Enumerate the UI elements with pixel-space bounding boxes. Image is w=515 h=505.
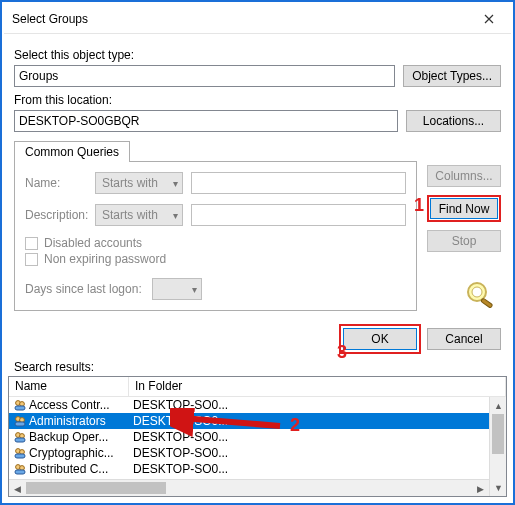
description-input [191, 204, 406, 226]
svg-rect-14 [15, 454, 25, 458]
find-now-button[interactable]: Find Now [430, 198, 498, 219]
location-row: Locations... [14, 110, 501, 132]
content-area: Select this object type: Object Types...… [4, 34, 511, 318]
object-type-row: Object Types... [14, 65, 501, 87]
stop-button: Stop [427, 230, 501, 252]
chevron-down-icon: ▾ [173, 178, 178, 189]
ok-button[interactable]: OK [343, 328, 417, 350]
days-since-logon-label: Days since last logon: [25, 282, 142, 296]
result-row[interactable]: Access Contr...DESKTOP-SO0... [9, 397, 489, 413]
disabled-accounts-checkbox [25, 237, 38, 250]
vertical-scrollbar[interactable]: ▲ ▼ [489, 397, 506, 496]
result-folder: DESKTOP-SO0... [129, 462, 487, 476]
description-filter-row: Description: Starts with ▾ [25, 204, 406, 226]
group-icon [11, 430, 29, 444]
results-body[interactable]: Access Contr...DESKTOP-SO0...Administrat… [9, 397, 506, 496]
nonexpiring-label: Non expiring password [44, 252, 166, 266]
result-folder: DESKTOP-SO0... [129, 398, 487, 412]
column-folder[interactable]: In Folder [129, 377, 506, 396]
name-label: Name: [25, 176, 87, 190]
group-icon [11, 446, 29, 460]
scroll-thumb-vertical[interactable] [492, 414, 504, 454]
name-input [191, 172, 406, 194]
svg-rect-8 [15, 422, 25, 426]
results-header: Name In Folder [9, 377, 506, 397]
window-title: Select Groups [12, 12, 467, 26]
result-folder: DESKTOP-SO0... [129, 430, 487, 444]
tab-strip: Common Queries [14, 140, 501, 161]
result-folder: DESKTOP-SO0... [129, 446, 487, 460]
result-row[interactable]: Cryptographic...DESKTOP-SO0... [9, 445, 489, 461]
group-icon [11, 414, 29, 428]
group-icon [11, 398, 29, 412]
disabled-accounts-label: Disabled accounts [44, 236, 142, 250]
columns-button: Columns... [427, 165, 501, 187]
side-buttons: Columns... Find Now Stop [427, 161, 501, 314]
svg-rect-11 [15, 438, 25, 442]
result-name: Administrators [29, 414, 129, 428]
result-name: Backup Oper... [29, 430, 129, 444]
result-row[interactable]: AdministratorsDESKTOP-SO0... [9, 413, 489, 429]
nonexpiring-checkbox [25, 253, 38, 266]
days-since-logon-dropdown: ▾ [152, 278, 202, 300]
result-name: Cryptographic... [29, 446, 129, 460]
queries-area: Common Queries Name: Starts with ▾ Descr… [14, 140, 501, 314]
search-magnify-icon [461, 278, 501, 314]
common-queries-panel: Name: Starts with ▾ Description: Starts … [14, 161, 417, 311]
close-icon [484, 14, 494, 24]
locations-button[interactable]: Locations... [406, 110, 501, 132]
select-groups-dialog: Select Groups Select this object type: O… [4, 4, 511, 501]
nonexpiring-row: Non expiring password [25, 252, 406, 266]
svg-point-1 [472, 287, 482, 297]
svg-rect-5 [15, 406, 25, 410]
description-mode-dropdown: Starts with ▾ [95, 204, 183, 226]
object-type-field[interactable] [14, 65, 395, 87]
search-results-label: Search results: [4, 356, 511, 376]
column-name[interactable]: Name [9, 377, 129, 396]
scroll-down-icon[interactable]: ▼ [490, 479, 506, 496]
scroll-thumb-horizontal[interactable] [26, 482, 166, 494]
object-type-label: Select this object type: [14, 48, 501, 62]
svg-rect-17 [15, 470, 25, 474]
result-name: Distributed C... [29, 462, 129, 476]
result-row[interactable]: Distributed C...DESKTOP-SO0... [9, 461, 489, 477]
result-row[interactable]: Backup Oper...DESKTOP-SO0... [9, 429, 489, 445]
name-filter-row: Name: Starts with ▾ [25, 172, 406, 194]
object-types-button[interactable]: Object Types... [403, 65, 501, 87]
result-folder: DESKTOP-SO0... [129, 414, 487, 428]
location-label: From this location: [14, 93, 501, 107]
disabled-accounts-row: Disabled accounts [25, 236, 406, 250]
search-results-pane: Name In Folder Access Contr...DESKTOP-SO… [8, 376, 507, 497]
tab-common-queries[interactable]: Common Queries [14, 141, 130, 162]
dialog-actions: OK Cancel [4, 318, 511, 356]
svg-rect-2 [481, 298, 493, 308]
location-field[interactable] [14, 110, 398, 132]
cancel-button[interactable]: Cancel [427, 328, 501, 350]
name-mode-value: Starts with [102, 176, 158, 190]
scroll-right-icon[interactable]: ▶ [472, 480, 489, 496]
days-since-logon-row: Days since last logon: ▾ [25, 278, 406, 300]
group-icon [11, 462, 29, 476]
scroll-up-icon[interactable]: ▲ [490, 397, 506, 414]
close-button[interactable] [467, 4, 511, 34]
chevron-down-icon: ▾ [173, 210, 178, 221]
result-name: Access Contr... [29, 398, 129, 412]
scroll-left-icon[interactable]: ◀ [9, 480, 26, 496]
name-mode-dropdown: Starts with ▾ [95, 172, 183, 194]
description-mode-value: Starts with [102, 208, 158, 222]
titlebar: Select Groups [4, 4, 511, 34]
chevron-down-icon: ▾ [192, 284, 197, 295]
description-label: Description: [25, 208, 87, 222]
horizontal-scrollbar[interactable]: ◀ ▶ [9, 479, 489, 496]
